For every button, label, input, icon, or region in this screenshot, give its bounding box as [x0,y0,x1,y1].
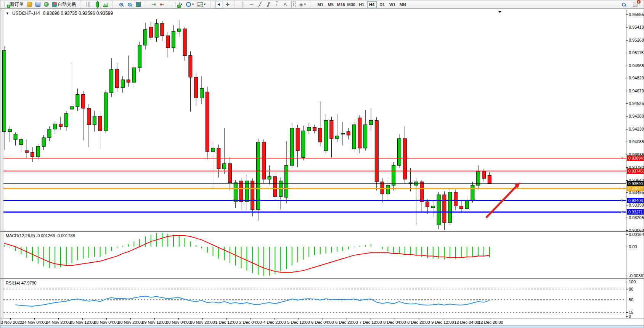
date-axis-label[interactable]: 2 Dec 04:00 [239,320,262,325]
hline-handle[interactable] [621,187,623,189]
price-axis-tick [626,27,628,27]
candle-body [426,202,429,207]
date-axis-label[interactable]: 12 Dec 04:00 [454,320,479,325]
candle-body [14,134,17,140]
rsi-axis-tick [626,289,628,289]
chart-shift-marker-icon[interactable] [498,11,502,13]
macd-axis-tick [626,234,628,235]
candle-body [375,120,378,182]
rsi-axis-label: 50 [629,297,633,302]
date-axis-label[interactable]: 1 Dec 12:00 [215,320,238,325]
macd-label: MACD(12,26,9) [6,233,35,238]
rsi-value: 47.9790 [21,281,37,285]
candle-body [104,93,108,131]
price-axis-label: 0.93790 [629,165,644,170]
date-axis-tick [467,318,467,320]
candle-body [194,77,198,98]
date-axis-tick [443,318,443,320]
date-axis-label[interactable]: 30 Nov 20:00 [190,320,215,325]
date-axis-tick [419,318,419,320]
rsi-axis-label: 100 [629,280,636,284]
date-axis-label[interactable]: 23 Nov 2022 [0,320,22,325]
hline-handle[interactable] [621,199,623,201]
date-axis-label[interactable]: 24 Nov 04:00 [22,320,47,325]
rsi-line [16,296,490,306]
rsi-axis-tick [626,316,628,317]
candle-body [257,142,260,210]
candle-body [36,146,40,157]
candle-body [98,116,102,131]
candle-body [465,200,469,209]
date-axis-label[interactable]: 9 Dec 12:00 [431,320,454,325]
macd-axis-label: 0.001642 [629,232,644,237]
candle-body [358,118,361,148]
candle-body [239,181,243,202]
candle-body [42,138,45,147]
price-axis-label: 0.95260 [629,38,644,42]
rsi-axis-tick [626,300,628,300]
date-axis-tick [371,318,371,320]
date-axis-label[interactable]: 4 Dec 23:00 [263,320,286,325]
date-axis-label[interactable]: 12 Dec 20:00 [478,320,503,325]
candle-body [200,89,204,98]
date-axis-label[interactable]: 6 Dec 20:00 [335,320,358,325]
macd-axis-label: -0.003674 [629,273,644,278]
price-axis-tick [626,230,628,231]
rsi-axis-tick [626,282,628,282]
candle-body [290,128,294,165]
candle-body [488,175,491,184]
candle-body [132,68,136,82]
hline-handle[interactable] [621,157,623,159]
date-axis-tick [106,318,107,320]
candle-body [251,181,254,210]
price-line-tag: 0.93406 [627,198,644,203]
price-axis-label: 0.93640 [629,178,644,183]
candle-body [330,120,333,139]
date-axis-label[interactable]: 8 Dec 04:00 [383,320,406,325]
date-axis-line [0,318,644,319]
candle-body [31,152,34,157]
price-axis-label: 0.95115 [629,50,644,55]
date-axis-tick [323,318,323,320]
annotation-arrow[interactable] [486,185,517,218]
hline-handle[interactable] [621,211,623,213]
price-axis-tick [626,192,628,193]
price-axis-label: 0.95555 [629,12,644,17]
date-axis-tick [154,318,155,320]
price-axis-tick [626,167,628,168]
candle-body [234,183,237,202]
candle-body [64,113,68,126]
date-axis-label[interactable]: 7 Dec 12:00 [359,320,382,325]
date-axis-label[interactable]: 24 Nov 20:00 [46,320,71,325]
price-axis-tick [626,180,628,181]
date-axis-label[interactable]: 8 Dec 20:00 [407,320,430,325]
candle-body [149,27,153,37]
candle-body [386,185,390,194]
candle-body [443,195,446,222]
date-axis-label[interactable]: 28 Nov 20:00 [118,320,143,325]
candle-body [93,116,96,125]
price-axis-tick [626,129,628,129]
mt4-application: + 新订单 自动交易 + − ⇥ ⇤ [0,0,644,328]
price-axis-label: 0.94820 [629,76,644,80]
pane-splitter-macd[interactable] [0,231,644,232]
candle-body [183,29,186,55]
candle-body [431,206,435,208]
candle-body [138,45,141,68]
price-axis-label: 0.93205 [629,215,644,220]
pane-splitter-rsi[interactable] [0,278,644,279]
date-axis-label[interactable]: 29 Nov 12:00 [142,320,167,325]
date-axis-label[interactable]: 28 Nov 04:00 [94,320,119,325]
date-axis-label[interactable]: 25 Nov 12:00 [70,320,95,325]
macd-axis-tick [626,276,628,276]
candle-body [262,142,265,179]
macd-axis-label: 0.00 [629,244,637,249]
date-axis-label[interactable]: 6 Dec 04:00 [311,320,334,325]
date-axis-label[interactable]: 30 Nov 04:00 [166,320,191,325]
candle-body [144,30,147,45]
macd-main-value: -0.001263 [36,233,55,238]
price-axis-tick [626,142,628,142]
date-axis-label[interactable]: 5 Dec 12:00 [287,320,310,325]
candle-body [87,108,91,125]
candle-body [172,31,175,48]
